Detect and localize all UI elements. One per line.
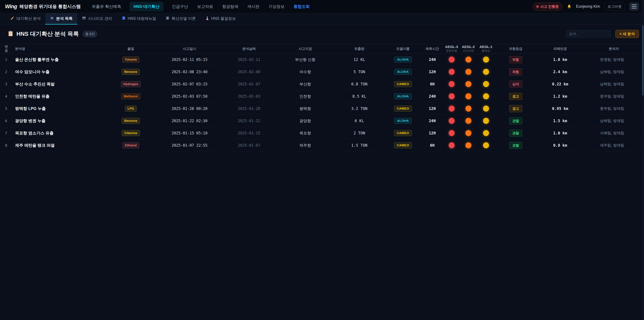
substance-badge: LPG <box>125 106 136 112</box>
tab-label: 확산모델 이론 <box>172 16 196 21</box>
nav-item-board[interactable]: 게시판 <box>247 2 260 11</box>
model-badge: ALOHA <box>394 118 412 124</box>
model-badge: ALOHA <box>394 57 412 63</box>
analysis-name: 광양항 벤젠 누출 <box>12 118 104 124</box>
tab-analysis-list[interactable]: 분석 목록 <box>45 13 77 25</box>
substance-badge: Toluene <box>122 57 139 63</box>
analyst: 남해팀, 방제팀 <box>584 69 644 74</box>
search-input[interactable] <box>566 30 611 38</box>
top-nav: Wing 해양환경 위기대응 통합시스템 유출유 확산예측 HNS·대기확산 긴… <box>0 0 644 13</box>
aegl2-indicator <box>466 93 472 99</box>
hamburger-menu-button[interactable] <box>629 3 639 11</box>
aegl3-indicator <box>448 106 455 112</box>
aegl1-indicator <box>483 118 489 124</box>
nav-item-reports[interactable]: 보고자료 <box>196 2 214 11</box>
nav-item-integrated-search[interactable]: 통합조회 <box>293 2 310 11</box>
damage-radius: 1.0 km <box>537 131 584 135</box>
accident-datetime: 2025-01-22 02:30 <box>158 119 221 123</box>
table-row[interactable]: 5 평택항 LPG 누출 LPG 2025-01-28 00:20 2025-0… <box>0 103 644 115</box>
damage-radius: 1.2 km <box>537 94 584 99</box>
analysis-name: 목포항 염소가스 유출 <box>12 130 104 136</box>
row-number: 1 <box>0 58 12 62</box>
aegl1-indicator <box>483 130 489 136</box>
risk-badge: 심각 <box>509 81 522 88</box>
row-number: 8 <box>0 143 12 148</box>
table-row[interactable]: 4 인천항 메탄올 유출 Methanol 2025-02-03 07:50 2… <box>0 90 644 103</box>
risk-badge: 관찰 <box>509 117 522 125</box>
tab-hns-response-manual[interactable]: HNS 대응매뉴얼 <box>117 13 161 25</box>
tab-diffusion-analysis[interactable]: 대기확산 분석 <box>6 13 45 25</box>
tab-label: 분석 목록 <box>56 16 72 21</box>
new-analysis-button[interactable]: + 새 분석 <box>615 30 639 38</box>
analyst: 남해팀, 방제팀 <box>584 118 644 123</box>
spill-amount: 0.8 TON <box>334 82 385 86</box>
tab-hns-substance-info[interactable]: HNS 물질정보 <box>200 13 241 25</box>
spill-amount: 5 TON <box>334 70 385 74</box>
table-row[interactable]: 2 여수 암모니아 누출 Benzene 2025-02-08 23:40 20… <box>0 66 644 78</box>
nav-item-hns-diffusion[interactable]: HNS·대기확산 <box>130 2 164 11</box>
scrollbar-thumb[interactable] <box>642 25 644 96</box>
table-row[interactable]: 6 광양항 벤젠 누출 Benzene 2025-01-22 02:30 202… <box>0 115 644 127</box>
nav-item-emergency-rescue[interactable]: 긴급구난 <box>171 2 189 11</box>
accident-location: 평택항 <box>277 106 334 111</box>
incident-status-badge[interactable]: 사고 진행중 <box>533 3 562 11</box>
table-row[interactable]: 7 목포항 염소가스 유출 Chlorine 2025-01-15 05:10 … <box>0 127 644 139</box>
aegl3-indicator <box>448 57 455 63</box>
damage-radius: 2.4 km <box>537 70 584 74</box>
page-head: HNS 대기확산 분석 목록 총 8건 + 새 분석 <box>8 29 639 39</box>
accident-location: 여수항 <box>277 69 334 75</box>
row-number: 2 <box>0 70 12 74</box>
col-header-analysis-date: 분석날짜 <box>221 47 277 51</box>
analysis-date: 2025-01-22 <box>221 119 277 123</box>
aegl3-indicator <box>448 81 455 87</box>
nav-item-weather-info[interactable]: 기상정보 <box>268 2 285 11</box>
row-number: 4 <box>0 94 12 99</box>
main-content: HNS 대기확산 분석 목록 총 8건 + 새 분석 번호 분석명 물질 사고일… <box>0 29 644 152</box>
tab-scenario-management[interactable]: 시나리오 관리 <box>77 13 117 25</box>
accident-location: 제주항 <box>277 143 334 148</box>
substance-badge: Ethanol <box>122 142 139 148</box>
analysis-date: 2025-01-07 <box>221 143 277 148</box>
analysis-date: 2025-02-07 <box>221 82 277 86</box>
accident-location: 부산항 <box>277 82 334 87</box>
spill-amount: 1.5 TON <box>334 143 385 148</box>
accident-datetime: 2025-01-07 22:55 <box>158 143 221 148</box>
col-header-name: 분석명 <box>12 47 104 51</box>
accident-location: 인천항 <box>277 94 334 99</box>
tab-diffusion-model-theory[interactable]: 확산모델 이론 <box>161 13 200 25</box>
damage-radius: 0.95 km <box>537 106 584 111</box>
nav-item-aerial-search[interactable]: 항공탐색 <box>222 2 239 11</box>
col-header-aegl1: AEGL-1 불쾌감 <box>477 45 495 53</box>
model-badge: CAMEO <box>394 142 412 148</box>
logout-button[interactable]: 로그아웃 <box>604 3 625 11</box>
analysis-name: 여수 암모니아 누출 <box>12 69 104 75</box>
list-icon <box>50 16 54 21</box>
prediction-duration: 12H <box>421 131 444 135</box>
aegl3-indicator <box>448 69 455 75</box>
bell-icon[interactable] <box>567 4 572 9</box>
damage-radius: 1.5 km <box>537 119 584 123</box>
aegl2-indicator <box>466 118 472 124</box>
accident-datetime: 2025-02-08 23:40 <box>158 70 221 74</box>
risk-badge: 관찰 <box>509 142 522 149</box>
table-row[interactable]: 3 부산 수소 추진선 폭발 Hydrogen 2025-02-07 03:15… <box>0 78 644 90</box>
model-badge: ALOHA <box>394 93 412 99</box>
test-tube-icon <box>205 16 209 21</box>
total-count-badge: 총 8건 <box>82 31 98 38</box>
incident-dot-icon <box>536 6 538 8</box>
analysis-table: 번호 분석명 물질 사고일시 분석날짜 사고지점 유출량 모델이름 예측시간 A… <box>0 44 644 152</box>
table-row[interactable]: 1 울산 온산항 톨루엔 누출 Toluene 2025-02-11 05:15… <box>0 54 644 66</box>
tab-bar: 대기확산 분석 분석 목록 시나리오 관리 HNS 대응매뉴얼 확산모델 이론 … <box>0 13 644 25</box>
aegl3-indicator <box>448 142 455 148</box>
aegl3-indicator <box>448 118 455 124</box>
aegl1-indicator <box>483 81 489 87</box>
analysis-name: 울산 온산항 톨루엔 누출 <box>12 57 104 62</box>
analysis-name: 부산 수소 추진선 폭발 <box>12 81 104 87</box>
prediction-duration: 24H <box>421 94 444 99</box>
analysis-date: 2025-02-08 <box>221 70 277 74</box>
main-nav: 유출유 확산예측 HNS·대기확산 긴급구난 보고자료 항공탐색 게시판 기상정… <box>91 2 310 11</box>
nav-item-oil-spill-prediction[interactable]: 유출유 확산예측 <box>91 2 122 11</box>
table-row[interactable]: 8 제주 에탄올 탱크 파열 Ethanol 2025-01-07 22:55 … <box>0 139 644 152</box>
aegl2-indicator <box>466 69 472 75</box>
risk-badge: 위험 <box>509 68 522 76</box>
